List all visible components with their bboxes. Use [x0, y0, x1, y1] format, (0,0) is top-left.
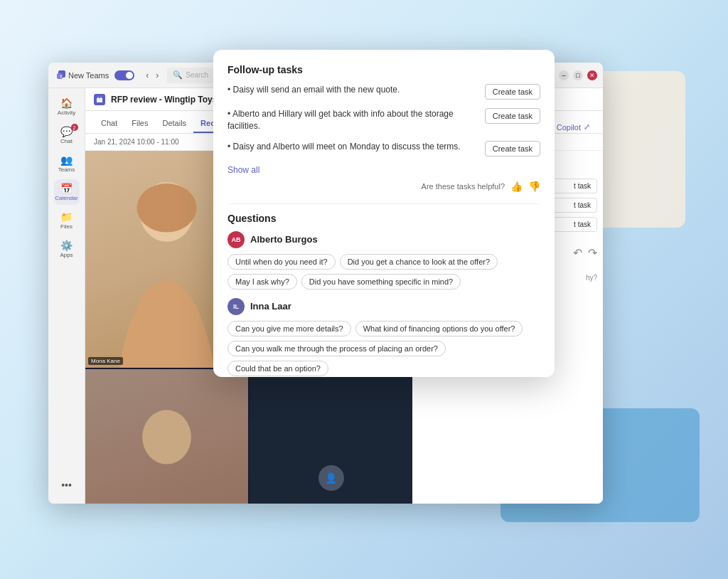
avatar-placeholder: 👤 — [318, 465, 344, 491]
chat-label: Chat — [60, 138, 73, 144]
task-item-0: Daisy will send an email with the new qu… — [228, 84, 540, 100]
overlay-panel: Follow-up tasks Daisy will send an email… — [213, 50, 555, 377]
question-chip-0-1[interactable]: Did you get a chance to look at the offe… — [340, 254, 498, 270]
question-chip-1-3[interactable]: Could that be an option? — [228, 361, 328, 376]
right-panel-thumb-up[interactable]: ↶ — [573, 246, 582, 260]
svg-text:T: T — [60, 75, 63, 79]
calendar-icon: 📅 — [60, 183, 73, 194]
new-teams-label: New Teams — [68, 71, 109, 80]
question-person-1: IL Inna Laar — [228, 298, 540, 315]
activity-icon: 🏠 — [60, 97, 73, 109]
sidebar-item-teams[interactable]: 👥 Teams — [54, 151, 80, 176]
copilot-label: Copilot — [557, 123, 581, 132]
chat-badge: 2 — [71, 124, 78, 131]
apps-label: Apps — [60, 252, 73, 258]
section-divider — [228, 203, 540, 204]
task-text-1: Alberto and Hillary will get back with i… — [228, 108, 476, 132]
question-chip-1-0[interactable]: Can you give me more details? — [228, 321, 351, 336]
task-text-2: Daisy and Alberto will meet on Monday to… — [228, 141, 476, 153]
questions-title: Questions — [228, 213, 540, 224]
person-name-1: Inna Laar — [250, 301, 291, 312]
files-label: Files — [60, 223, 73, 230]
search-icon: 🔍 — [173, 70, 183, 80]
question-chip-0-2[interactable]: May I ask why? — [228, 274, 297, 290]
person-name-0: Alberto Burgos — [250, 234, 318, 245]
sidebar-item-apps[interactable]: ⚙️ Apps — [54, 236, 80, 262]
teams-icon: 👥 — [60, 154, 73, 166]
person-avatar-il: IL — [228, 298, 245, 315]
task-item-1: Alberto and Hillary will get back with i… — [228, 108, 540, 132]
thumbs-down-button[interactable]: 👎 — [528, 181, 540, 192]
more-dots-icon: ••• — [61, 479, 72, 491]
nav-back-button[interactable]: ‹ — [143, 69, 151, 82]
question-person-0: AB Alberto Burgos — [228, 231, 540, 248]
calendar-label: Calendar — [55, 195, 77, 201]
tab-files[interactable]: Files — [124, 119, 155, 133]
video-cell-3 — [85, 369, 248, 504]
sidebar-item-files[interactable]: 📁 Files — [54, 208, 80, 233]
search-placeholder: Search — [186, 71, 208, 79]
activity-label: Activity — [58, 110, 75, 116]
sidebar-item-chat[interactable]: 💬 2 Chat — [54, 122, 80, 148]
followup-title: Follow-up tasks — [228, 64, 540, 75]
close-button[interactable]: ✕ — [587, 70, 597, 80]
create-task-button-0[interactable]: Create task — [485, 84, 540, 100]
helpful-text: Are these tasks helpful? — [422, 182, 505, 191]
video-cell-4-content: 👤 — [250, 369, 412, 504]
minimize-button[interactable]: – — [559, 70, 569, 80]
meeting-icon — [94, 94, 105, 105]
video-name-mona: Mona Kane — [88, 357, 123, 365]
right-panel-thumb-down[interactable]: ↷ — [588, 246, 597, 260]
question-chips-0: Until when do you need it? Did you get a… — [228, 254, 540, 290]
files-icon: 📁 — [60, 211, 73, 223]
helpful-row: Are these tasks helpful? 👍 👎 — [228, 181, 540, 192]
teams-logo: T — [54, 68, 68, 83]
teams-label: Teams — [58, 166, 75, 173]
question-chips-1: Can you give me more details? What kind … — [228, 321, 540, 377]
task-text-0: Daisy will send an email with the new qu… — [228, 84, 476, 96]
sidebar-item-more[interactable]: ••• — [54, 472, 80, 498]
nav-buttons: ‹ › — [143, 69, 161, 82]
thumbs-up-button[interactable]: 👍 — [510, 181, 523, 192]
create-task-button-2[interactable]: Create task — [485, 141, 540, 156]
video-cell-3-content — [85, 369, 248, 504]
tab-details[interactable]: Details — [155, 119, 193, 133]
tab-chat[interactable]: Chat — [94, 119, 124, 133]
question-chip-1-2[interactable]: Can you walk me through the process of p… — [228, 341, 446, 356]
questions-section: Questions AB Alberto Burgos Until when d… — [228, 213, 540, 377]
svg-point-5 — [137, 184, 197, 233]
question-chip-0-0[interactable]: Until when do you need it? — [228, 254, 336, 270]
sidebar: 🏠 Activity 💬 2 Chat 👥 Teams 📅 Calendar 📁… — [48, 88, 85, 504]
sidebar-item-activity[interactable]: 🏠 Activity — [54, 94, 80, 119]
new-teams-toggle[interactable] — [114, 70, 134, 80]
show-all-link[interactable]: Show all — [228, 165, 540, 175]
nav-forward-button[interactable]: › — [153, 69, 161, 82]
apps-icon: ⚙️ — [60, 240, 73, 251]
person-avatar-ab: AB — [228, 231, 245, 248]
sidebar-item-calendar[interactable]: 📅 Calendar — [54, 179, 80, 205]
copilot-expand-icon: ⤢ — [584, 122, 590, 132]
maximize-button[interactable]: □ — [573, 70, 583, 80]
task-item-2: Daisy and Alberto will meet on Monday to… — [228, 141, 540, 156]
create-task-button-1[interactable]: Create task — [485, 108, 540, 124]
question-chip-0-3[interactable]: Did you have something specific in mind? — [301, 274, 461, 290]
question-chip-1-1[interactable]: What kind of financing options do you of… — [355, 321, 523, 336]
svg-point-8 — [142, 410, 191, 464]
meeting-title: RFP review - Wingtip Toys — [111, 95, 217, 105]
video-cell-4: 👤 — [250, 369, 412, 504]
